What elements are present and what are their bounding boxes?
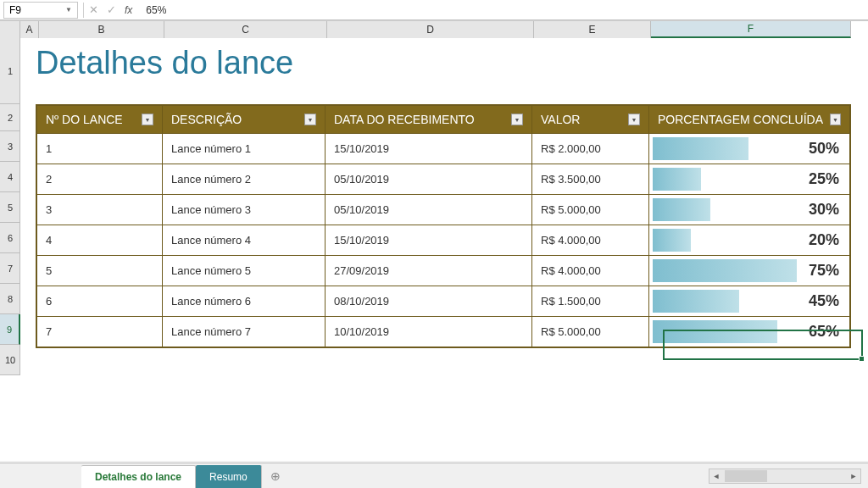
cell-description[interactable]: Lance número 1 [163,134,326,164]
cell-number[interactable]: 7 [37,317,163,347]
filter-dropdown-icon[interactable]: ▼ [511,114,523,125]
cell-number[interactable]: 1 [37,134,163,164]
column-header-f[interactable]: F [651,21,851,38]
column-header-a[interactable]: A [20,21,39,38]
cell-description[interactable]: Lance número 3 [163,195,326,225]
cell-number[interactable]: 3 [37,195,163,225]
cell-description[interactable]: Lance número 7 [163,317,326,347]
page-title: Detalhes do lance [36,45,293,81]
scroll-left-icon[interactable]: ◄ [709,472,723,480]
cell-value[interactable]: R$ 3.500,00 [532,164,649,194]
table-column-header[interactable]: VALOR▼ [532,106,649,133]
row-header-2[interactable]: 2 [0,104,20,131]
data-bar [653,137,748,160]
fx-icon[interactable]: fx [125,4,132,16]
table-column-label: Nº DO LANCE [46,113,123,126]
cell-number[interactable]: 6 [37,286,163,316]
row-header-3[interactable]: 3 [0,131,20,162]
sheet-tab-label: Resumo [209,471,248,483]
cell-value[interactable]: R$ 4.000,00 [532,256,649,286]
sheet-nav-buttons[interactable] [0,463,81,488]
add-sheet-button[interactable]: ⊕ [262,463,289,488]
cell-description[interactable]: Lance número 5 [163,256,326,286]
filter-dropdown-icon[interactable]: ▼ [628,114,640,125]
workbook-grid: ABCDEF 12345678910 Detalhes do lance Nº … [0,20,868,461]
percent-text: 25% [809,170,839,188]
table-row: 2Lance número 205/10/2019R$ 3.500,0025% [37,164,849,194]
cell-percent[interactable]: 50% [649,134,849,164]
cell-number[interactable]: 2 [37,164,163,194]
percent-text: 65% [809,323,839,341]
table-row: 5Lance número 527/09/2019R$ 4.000,0075% [37,255,849,286]
confirm-icon[interactable]: ✓ [107,3,116,16]
sheet-tab-resumo[interactable]: Resumo [196,465,262,488]
row-headers: 12345678910 [0,38,20,375]
row-header-10[interactable]: 10 [0,345,20,375]
column-header-d[interactable]: D [327,21,534,38]
table-column-header[interactable]: DESCRIÇÃO▼ [163,106,326,133]
cell-value[interactable]: R$ 5.000,00 [532,195,649,225]
cell-date[interactable]: 05/10/2019 [326,195,532,225]
scroll-thumb[interactable] [725,470,767,482]
table-column-header[interactable]: PORCENTAGEM CONCLUÍDA▼ [649,106,849,133]
grid-content: Detalhes do lance Nº DO LANCE▼DESCRIÇÃO▼… [20,38,868,461]
table-row: 1Lance número 115/10/2019R$ 2.000,0050% [37,133,849,164]
row-header-1[interactable]: 1 [0,38,20,104]
cell-description[interactable]: Lance número 6 [163,286,326,316]
cell-percent[interactable]: 45% [649,286,849,316]
cell-percent[interactable]: 30% [649,195,849,225]
filter-dropdown-icon[interactable]: ▼ [304,114,316,125]
scroll-right-icon[interactable]: ► [847,472,860,480]
data-bar [653,229,691,252]
cell-value[interactable]: R$ 2.000,00 [532,134,649,164]
cell-number[interactable]: 5 [37,256,163,286]
cell-description[interactable]: Lance número 2 [163,164,326,194]
cell-date[interactable]: 10/10/2019 [326,317,532,347]
horizontal-scrollbar[interactable]: ◄ ► [709,469,861,484]
name-box-value: F9 [9,4,21,16]
cell-value[interactable]: R$ 5.000,00 [532,317,649,347]
cell-percent[interactable]: 25% [649,164,849,194]
table-row: 4Lance número 415/10/2019R$ 4.000,0020% [37,225,849,255]
name-box[interactable]: F9 ▼ [3,2,78,19]
cell-date[interactable]: 15/10/2019 [326,225,532,255]
row-header-5[interactable]: 5 [0,192,20,223]
row-header-9[interactable]: 9 [0,314,20,345]
cancel-icon[interactable]: ✕ [89,3,98,16]
cell-date[interactable]: 27/09/2019 [326,256,532,286]
row-header-8[interactable]: 8 [0,284,20,314]
cell-date[interactable]: 08/10/2019 [326,286,532,316]
row-header-7[interactable]: 7 [0,253,20,284]
separator [83,3,84,18]
percent-text: 50% [809,140,839,158]
cell-description[interactable]: Lance número 4 [163,225,326,255]
column-header-e[interactable]: E [534,21,651,38]
column-header-b[interactable]: B [39,21,164,38]
name-box-dropdown-icon[interactable]: ▼ [65,6,72,14]
cell-date[interactable]: 05/10/2019 [326,164,532,194]
cell-date[interactable]: 15/10/2019 [326,134,532,164]
cell-percent[interactable]: 20% [649,225,849,255]
cell-value[interactable]: R$ 4.000,00 [532,225,649,255]
table-row: 7Lance número 710/10/2019R$ 5.000,0065% [37,316,849,347]
row-header-4[interactable]: 4 [0,162,20,192]
table-column-header[interactable]: Nº DO LANCE▼ [37,106,163,133]
filter-dropdown-icon[interactable]: ▼ [830,114,841,125]
percent-text: 75% [809,262,839,280]
select-all-corner[interactable] [0,21,20,38]
sheet-tab-active[interactable]: Detalhes do lance [81,465,196,488]
filter-dropdown-icon[interactable]: ▼ [142,114,153,125]
table-column-label: DESCRIÇÃO [171,113,242,126]
formula-bar: F9 ▼ ✕ ✓ fx 65% [0,0,868,20]
fill-handle[interactable] [859,356,865,362]
data-bar [653,320,777,343]
cell-percent[interactable]: 75% [649,256,849,286]
cell-percent[interactable]: 65% [649,317,849,347]
percent-text: 20% [809,231,839,249]
column-header-c[interactable]: C [164,21,327,38]
row-header-6[interactable]: 6 [0,223,20,253]
cell-value[interactable]: R$ 1.500,00 [532,286,649,316]
table-column-header[interactable]: DATA DO RECEBIMENTO▼ [326,106,532,133]
cell-number[interactable]: 4 [37,225,163,255]
formula-bar-value[interactable]: 65% [146,4,166,16]
